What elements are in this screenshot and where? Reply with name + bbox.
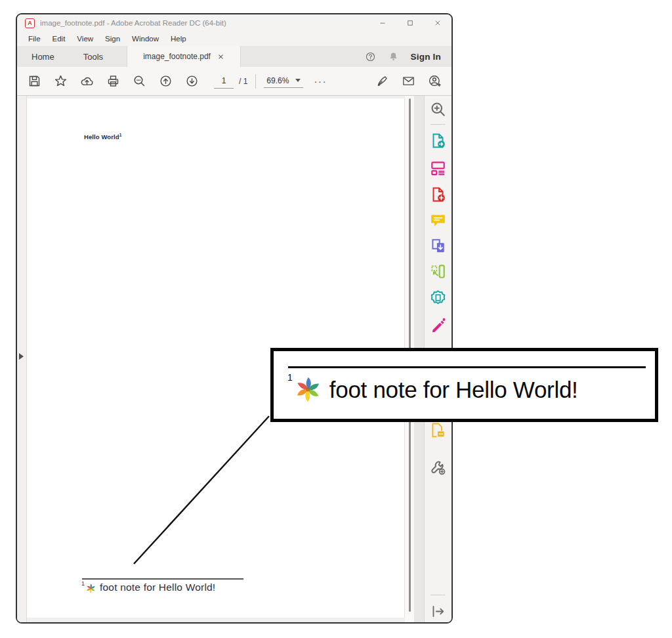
close-icon[interactable]: [217, 53, 224, 60]
menu-view[interactable]: View: [71, 35, 99, 43]
callout-footnote-text: foot note for Hello World!: [329, 377, 578, 403]
zoom-level-select[interactable]: 69.6%: [264, 75, 303, 88]
chevron-down-icon: [295, 79, 301, 82]
favorite-button[interactable]: [47, 68, 74, 95]
footnote-marker: 1: [81, 580, 85, 587]
fill-sign-icon[interactable]: [429, 316, 447, 333]
tab-document[interactable]: image_footnote.pdf: [127, 46, 241, 67]
window-controls: [369, 14, 452, 32]
save-button[interactable]: [21, 68, 47, 95]
bell-icon[interactable]: [388, 51, 399, 62]
share-person-icon: [428, 74, 442, 88]
rail-separator: [430, 124, 446, 125]
page-up-button[interactable]: [152, 68, 178, 95]
page-down-button[interactable]: [178, 68, 205, 95]
page-body-text: Hello World1: [84, 133, 121, 140]
page-total-label: / 1: [239, 77, 247, 86]
minimize-button[interactable]: [369, 14, 396, 32]
print-icon: [106, 74, 120, 88]
nav-pane-toggle-icon[interactable]: [19, 353, 24, 360]
tab-home[interactable]: Home: [17, 46, 69, 67]
screenshot-canvas: A image_footnote.pdf - Adobe Acrobat Rea…: [0, 0, 672, 638]
combine-files-icon[interactable]: [429, 237, 447, 255]
rail-separator-bottom: [430, 595, 446, 595]
cloud-upload-icon: [80, 74, 94, 88]
edit-pdf-icon[interactable]: [429, 159, 447, 177]
create-pdf-icon[interactable]: [429, 186, 447, 203]
nav-pane-strip: [17, 96, 27, 622]
upload-cloud-button[interactable]: [74, 68, 100, 95]
adobe-acrobat-icon: A: [25, 18, 35, 28]
zoom-callout-box: 1 foot note for Hello World!: [270, 348, 658, 422]
footnote-line: 1 foot note for Hello World!: [81, 582, 215, 594]
export-pdf-icon[interactable]: [429, 132, 447, 150]
close-button[interactable]: [424, 14, 452, 32]
comment-icon[interactable]: [429, 211, 447, 229]
page-number-input[interactable]: [214, 74, 234, 89]
fill-sign-pen-button[interactable]: [369, 68, 395, 95]
send-email-button[interactable]: [395, 68, 421, 95]
compress-pdf-icon[interactable]: [429, 263, 447, 280]
color-spiral-icon: [85, 583, 96, 594]
menu-file[interactable]: File: [22, 35, 47, 43]
toolbar-overflow-button[interactable]: ···: [314, 76, 327, 87]
more-tools-icon[interactable]: [429, 459, 447, 477]
callout-footnote-separator: [288, 366, 646, 368]
fill-sign-pen-icon: [375, 74, 389, 88]
search-tool-icon[interactable]: [429, 100, 447, 118]
zoom-value: 69.6%: [266, 76, 289, 85]
page-up-icon: [159, 74, 173, 88]
maximize-button[interactable]: [396, 14, 424, 32]
marquee-zoom-icon: [133, 74, 146, 88]
footnote-separator: [82, 578, 243, 580]
acrobat-window: A image_footnote.pdf - Adobe Acrobat Rea…: [16, 13, 453, 624]
footnote-reference: 1: [119, 133, 122, 137]
window-title: image_footnote.pdf - Adobe Acrobat Reade…: [40, 19, 369, 27]
tab-bar: Home Tools image_footnote.pdf Sign In: [17, 46, 452, 67]
tab-tools[interactable]: Tools: [69, 46, 117, 67]
share-button[interactable]: [421, 68, 448, 95]
star-icon: [54, 74, 68, 88]
page-down-icon: [185, 74, 199, 88]
question-circle-icon[interactable]: [365, 51, 376, 62]
title-bar: A image_footnote.pdf - Adobe Acrobat Rea…: [17, 14, 452, 32]
menu-window[interactable]: Window: [126, 35, 165, 43]
color-spiral-icon: [293, 375, 323, 404]
menu-help[interactable]: Help: [165, 35, 192, 43]
email-icon: [402, 74, 415, 88]
scan-ocr-icon[interactable]: [429, 289, 447, 307]
menu-edit[interactable]: Edit: [47, 35, 72, 43]
marquee-zoom-button[interactable]: [126, 68, 152, 95]
callout-footnote-marker: 1: [287, 372, 293, 383]
save-icon: [28, 74, 41, 88]
document-tab-label: image_footnote.pdf: [143, 52, 211, 61]
sign-in-button[interactable]: Sign In: [411, 52, 441, 62]
menu-sign[interactable]: Sign: [99, 35, 126, 43]
toolbar-divider: [255, 74, 256, 89]
print-button[interactable]: [100, 68, 126, 95]
expand-rail-icon[interactable]: [429, 603, 447, 620]
menu-bar: File Edit View Sign Window Help: [17, 32, 452, 46]
main-toolbar: / 1 69.6% ···: [17, 67, 452, 96]
request-signatures-icon[interactable]: [429, 421, 447, 439]
footnote-text: foot note for Hello World!: [100, 582, 215, 593]
